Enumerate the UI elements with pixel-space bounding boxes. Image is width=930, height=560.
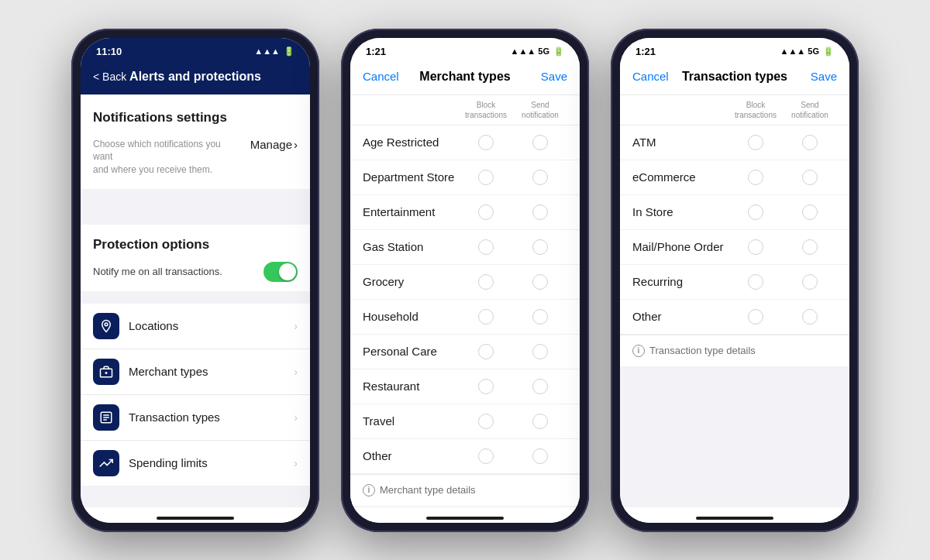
status-icons-3: ▲▲▲ 5G 🔋 xyxy=(780,46,834,57)
nav-bar-2: Cancel Merchant types Save xyxy=(350,62,580,95)
menu-item-spending[interactable]: Spending limits › xyxy=(81,440,310,486)
battery-icon-2: 🔋 xyxy=(553,46,564,57)
merchant-notify-radio-8[interactable] xyxy=(532,414,548,429)
cancel-button-2[interactable]: Cancel xyxy=(363,70,399,83)
notify-all-row: Notify me on all transactions. xyxy=(81,253,310,291)
status-icons-2: ▲▲▲ 5G 🔋 xyxy=(511,46,564,57)
merchant-block-radio-6[interactable] xyxy=(478,344,494,359)
merchant-notify-radio-9[interactable] xyxy=(532,448,548,464)
transaction-block-radio-4[interactable] xyxy=(748,274,763,290)
merchant-notify-radio-5[interactable] xyxy=(532,309,548,325)
status-bar-2: 1:21 ▲▲▲ 5G 🔋 xyxy=(350,38,580,62)
merchant-block-radio-7[interactable] xyxy=(478,379,494,394)
merchant-block-radio-0[interactable] xyxy=(478,135,494,150)
transaction-notify-radio-2[interactable] xyxy=(802,204,818,220)
protection-header: Protection options xyxy=(81,225,310,253)
merchant-block-radio-4[interactable] xyxy=(478,274,494,290)
cancel-button-3[interactable]: Cancel xyxy=(632,70,669,83)
spending-icon xyxy=(93,450,119,476)
merchant-notify-radio-3[interactable] xyxy=(532,239,548,255)
col1-label-3: Blocktransactions xyxy=(728,100,783,120)
merchant-item-4: Grocery xyxy=(363,275,459,288)
transaction-cols-1 xyxy=(728,170,837,185)
transaction-row-2: In Store xyxy=(620,195,849,230)
home-indicator-2 xyxy=(350,507,580,523)
info-icon-3: i xyxy=(632,345,645,357)
info-icon-2: i xyxy=(363,484,375,496)
merchant-notify-radio-1[interactable] xyxy=(532,170,548,185)
locations-label: Locations xyxy=(129,319,294,332)
nav-title-1: Alerts and protections xyxy=(129,70,261,84)
transaction-notify-radio-3[interactable] xyxy=(802,239,818,255)
transaction-cols-5 xyxy=(728,309,837,325)
save-button-2[interactable]: Save xyxy=(541,70,567,83)
transaction-block-radio-2[interactable] xyxy=(748,204,763,220)
merchant-notify-radio-6[interactable] xyxy=(532,344,548,359)
nav-bar-1: < Back Alerts and protections xyxy=(81,62,310,94)
transaction-details-row[interactable]: i Transaction type details xyxy=(620,335,849,366)
merchant-cols-0 xyxy=(459,135,567,150)
home-indicator-3 xyxy=(620,507,849,523)
merchant-row-6: Personal Care xyxy=(350,335,580,369)
notify-toggle[interactable] xyxy=(264,262,298,282)
status-time-2: 1:21 xyxy=(366,46,386,57)
merchant-details-row[interactable]: i Merchant type details xyxy=(350,474,580,506)
phone-3: 1:21 ▲▲▲ 5G 🔋 Cancel Transaction types S… xyxy=(611,29,859,532)
phone-2: 1:21 ▲▲▲ 5G 🔋 Cancel Merchant types Save… xyxy=(341,29,589,532)
transaction-icon xyxy=(93,404,119,431)
notifications-section: Notifications settings Choose which noti… xyxy=(81,94,310,189)
transaction-notify-radio-5[interactable] xyxy=(802,309,818,325)
transaction-cols-3 xyxy=(728,239,837,255)
transaction-item-2: In Store xyxy=(632,205,728,218)
merchant-notify-radio-0[interactable] xyxy=(532,135,548,150)
merchant-cols-5 xyxy=(459,309,567,325)
transaction-notify-radio-1[interactable] xyxy=(802,170,818,185)
merchant-notify-radio-2[interactable] xyxy=(532,204,548,220)
svg-point-0 xyxy=(105,323,108,326)
merchant-row-0: Age Restricted xyxy=(350,125,580,160)
merchant-cols-7 xyxy=(459,379,567,394)
merchant-row-7: Restaurant xyxy=(350,369,580,404)
status-bar-3: 1:21 ▲▲▲ 5G 🔋 xyxy=(620,38,849,62)
merchant-row-5: Household xyxy=(350,300,580,335)
manage-link[interactable]: Manage › xyxy=(250,138,298,151)
back-button[interactable]: < Back xyxy=(93,70,126,83)
menu-item-locations[interactable]: Locations › xyxy=(81,304,310,349)
save-button-3[interactable]: Save xyxy=(811,70,837,83)
signal-icon-3: ▲▲▲ 5G xyxy=(780,46,819,56)
merchant-notify-radio-4[interactable] xyxy=(532,274,548,290)
transaction-chevron: › xyxy=(294,411,298,424)
merchant-notify-radio-7[interactable] xyxy=(532,379,548,394)
transaction-block-radio-5[interactable] xyxy=(748,309,763,325)
screen-content-2: Blocktransactions Sendnotification Age R… xyxy=(350,95,580,507)
wifi-icon: 🔋 xyxy=(284,46,294,57)
home-bar-1 xyxy=(157,517,234,520)
transaction-row-4: Recurring xyxy=(620,265,849,300)
merchant-block-radio-2[interactable] xyxy=(478,204,494,220)
transaction-notify-radio-4[interactable] xyxy=(802,274,818,290)
col1-label-2: Blocktransactions xyxy=(459,100,513,120)
menu-item-transaction[interactable]: Transaction types › xyxy=(81,394,310,440)
transaction-notify-radio-0[interactable] xyxy=(802,135,818,150)
transaction-item-5: Other xyxy=(632,310,728,323)
transaction-block-radio-0[interactable] xyxy=(748,135,763,150)
merchant-block-radio-8[interactable] xyxy=(478,414,494,429)
transaction-row-3: Mail/Phone Order xyxy=(620,230,849,265)
merchant-block-radio-1[interactable] xyxy=(478,170,494,185)
merchant-block-radio-5[interactable] xyxy=(478,309,494,325)
transaction-cols-2 xyxy=(728,204,837,220)
merchant-cols-3 xyxy=(459,239,567,255)
merchant-item-6: Personal Care xyxy=(363,345,459,358)
menu-item-merchant[interactable]: Merchant types › xyxy=(81,349,310,394)
transaction-block-radio-1[interactable] xyxy=(748,170,763,185)
merchant-item-7: Restaurant xyxy=(363,380,459,393)
merchant-cols-9 xyxy=(459,448,567,464)
status-icons-1: ▲▲▲ 🔋 xyxy=(254,46,294,57)
merchant-block-radio-9[interactable] xyxy=(478,448,494,464)
protection-section: Protection options Notify me on all tran… xyxy=(81,225,310,291)
merchant-block-radio-3[interactable] xyxy=(478,239,494,255)
merchant-icon xyxy=(93,359,119,385)
transaction-block-radio-3[interactable] xyxy=(748,239,763,255)
manage-area: Choose which notifications you want and … xyxy=(81,132,310,186)
merchant-item-0: Age Restricted xyxy=(363,136,459,149)
